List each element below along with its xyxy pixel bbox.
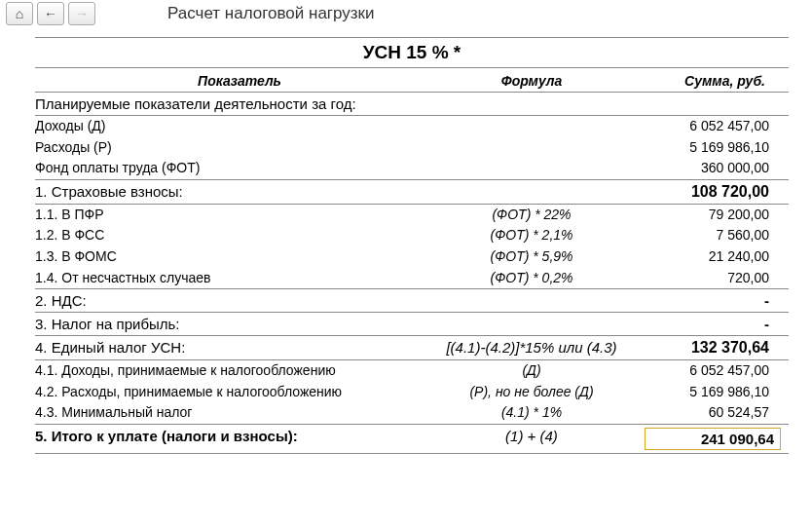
row-fot: Фонд оплаты труда (ФОТ) 360 000,00: [35, 158, 789, 179]
row-value: 5 169 986,10: [619, 138, 789, 158]
section-1-header: 1. Страховые взносы: 108 720,00: [35, 179, 789, 205]
section-label: 5. Итого к уплате (налоги и взносы):: [35, 428, 444, 450]
row-expenses: Расходы (Р) 5 169 986,10: [35, 137, 789, 159]
row-formula: (ФОТ) * 5,9%: [444, 247, 619, 267]
row-income: Доходы (Д) 6 052 457,00: [35, 116, 789, 137]
section-value: -: [619, 292, 789, 309]
row-formula: (4.1) * 1%: [444, 403, 619, 423]
section-value: -: [619, 316, 789, 332]
row-label: 4.2. Расходы, принимаемые к налогообложе…: [35, 383, 444, 402]
content-area: УСН 15 % * Показатель Формула Сумма, руб…: [0, 27, 812, 454]
row-label: 4.3. Минимальный налог: [35, 403, 444, 423]
section-value: 108 720,00: [619, 183, 789, 201]
row-label: 4.1. Доходы, принимаемые к налогообложен…: [35, 361, 444, 381]
row-value: 5 169 986,10: [619, 383, 789, 402]
main-title: УСН 15 % *: [35, 37, 789, 68]
back-icon: ←: [44, 6, 57, 21]
toolbar: ⌂ ← → Расчет налоговой нагрузки: [0, 0, 812, 27]
home-button[interactable]: ⌂: [6, 2, 33, 25]
row-formula: (ФОТ) * 2,1%: [444, 226, 619, 245]
row-value: 6 052 457,00: [619, 361, 789, 381]
section-label: 4. Единый налог УСН:: [35, 339, 444, 357]
row-income-tax: 4.1. Доходы, принимаемые к налогообложен…: [35, 360, 789, 382]
row-formula: (Р), но не более (Д): [444, 383, 619, 402]
row-label: Фонд оплаты труда (ФОТ): [35, 159, 444, 178]
row-fss: 1.2. В ФСС (ФОТ) * 2,1% 7 560,00: [35, 225, 789, 246]
header-sum: Сумма, руб.: [619, 73, 789, 89]
section-value: 132 370,64: [619, 339, 789, 357]
row-label: 1.3. В ФОМС: [35, 247, 444, 267]
row-formula: (ФОТ) * 0,2%: [444, 269, 619, 288]
row-formula: [444, 138, 619, 158]
row-formula: (Д): [444, 361, 619, 381]
section-label: 3. Налог на прибыль:: [35, 316, 444, 332]
header-formula: Формула: [444, 73, 619, 89]
forward-icon: →: [75, 6, 89, 21]
section-5-header: 5. Итого к уплате (налоги и взносы): (1)…: [35, 424, 789, 454]
section-formula: (1) + (4): [444, 428, 619, 450]
row-formula: [444, 117, 619, 136]
planned-section-header: Планируемые показатели деятельности за г…: [35, 92, 789, 116]
section-label: 2. НДС:: [35, 292, 444, 309]
column-headers: Показатель Формула Сумма, руб.: [35, 70, 789, 92]
section-formula: [(4.1)-(4.2)]*15% или (4.3): [444, 339, 619, 357]
row-value: 360 000,00: [619, 159, 789, 178]
section-2-header: 2. НДС: -: [35, 288, 789, 313]
row-value: 60 524,57: [619, 403, 789, 423]
row-value: 6 052 457,00: [619, 117, 789, 136]
row-accidents: 1.4. От несчастных случаев (ФОТ) * 0,2% …: [35, 268, 789, 289]
section-label: 1. Страховые взносы:: [35, 183, 444, 201]
row-min-tax: 4.3. Минимальный налог (4.1) * 1% 60 524…: [35, 402, 789, 424]
planned-section-label: Планируемые показатели деятельности за г…: [35, 95, 444, 112]
row-value: 720,00: [619, 269, 789, 288]
section-4-header: 4. Единый налог УСН: [(4.1)-(4.2)]*15% и…: [35, 336, 789, 360]
row-label: Доходы (Д): [35, 117, 444, 136]
row-foms: 1.3. В ФОМС (ФОТ) * 5,9% 21 240,00: [35, 246, 789, 268]
row-formula: [444, 159, 619, 178]
row-label: 1.1. В ПФР: [35, 206, 444, 225]
row-label: Расходы (Р): [35, 138, 444, 158]
total-highlighted: 241 090,64: [645, 428, 781, 450]
row-formula: (ФОТ) * 22%: [444, 206, 619, 225]
row-pfr: 1.1. В ПФР (ФОТ) * 22% 79 200,00: [35, 205, 789, 226]
back-button[interactable]: ←: [37, 2, 64, 25]
row-label: 1.2. В ФСС: [35, 226, 444, 245]
page-title: Расчет налоговой нагрузки: [167, 4, 375, 23]
section-value-total: 241 090,64: [619, 428, 789, 450]
row-value: 21 240,00: [619, 247, 789, 267]
home-icon: ⌂: [16, 6, 23, 21]
header-indicator: Показатель: [35, 73, 444, 89]
section-3-header: 3. Налог на прибыль: -: [35, 313, 789, 336]
row-value: 79 200,00: [619, 206, 789, 225]
row-value: 7 560,00: [619, 226, 789, 245]
forward-button[interactable]: →: [68, 2, 95, 25]
row-expense-tax: 4.2. Расходы, принимаемые к налогообложе…: [35, 382, 789, 403]
row-label: 1.4. От несчастных случаев: [35, 269, 444, 288]
